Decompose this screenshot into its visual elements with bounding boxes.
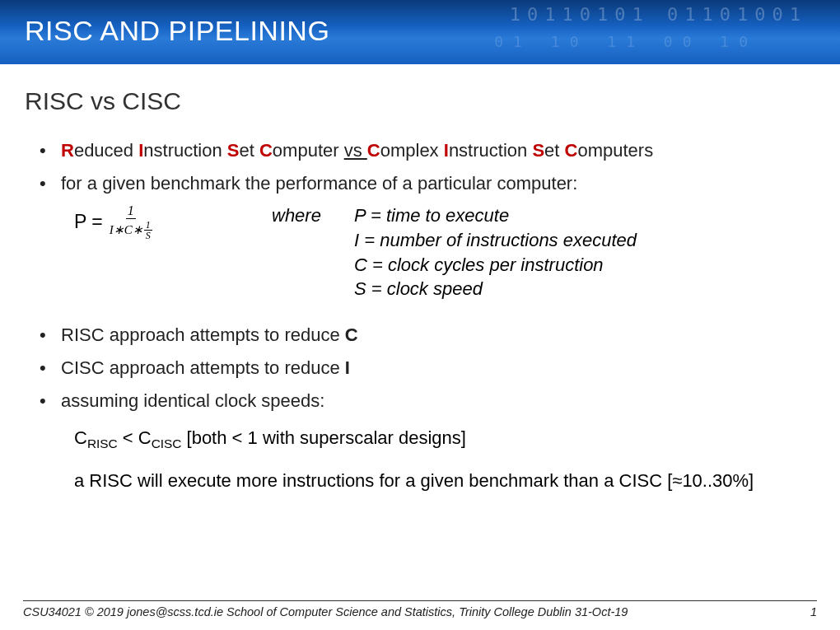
formula-lhs: P = bbox=[74, 211, 103, 233]
slide-footer: CSU34021 © 2019 jones@scss.tcd.ie School… bbox=[23, 600, 817, 618]
bullet-definition: Reduced Instruction Set Computer vs Comp… bbox=[40, 138, 815, 163]
where-c: C = clock cycles per instruction bbox=[354, 254, 604, 275]
frac-denominator: I∗C∗ 1 S bbox=[110, 219, 152, 240]
bullet-list-2: RISC approach attempts to reduce C CISC … bbox=[25, 323, 815, 413]
frac-numerator: 1 bbox=[126, 203, 136, 219]
performance-formula: P = 1 I∗C∗ 1 S bbox=[74, 203, 206, 240]
page-number: 1 bbox=[810, 605, 817, 618]
letter-r: R bbox=[61, 140, 74, 161]
footer-text: CSU34021 © 2019 jones@scss.tcd.ie School… bbox=[23, 605, 628, 618]
conclusion-line: a RISC will execute more instructions fo… bbox=[74, 470, 815, 492]
where-p: P = time to execute bbox=[354, 205, 509, 226]
where-i: I = number of instructions executed bbox=[354, 230, 637, 250]
inequality-line: CRISC < CCISC [both < 1 with superscalar… bbox=[74, 427, 815, 451]
bullet-risc-reduce: RISC approach attempts to reduce C bbox=[40, 323, 815, 348]
where-s: S = clock speed bbox=[354, 278, 483, 299]
header-decoration bbox=[420, 0, 840, 64]
bullet-cisc-reduce: CISC approach attempts to reduce I bbox=[40, 356, 815, 380]
slide-content: RISC vs CISC Reduced Instruction Set Com… bbox=[0, 64, 840, 492]
mini-fraction: 1 S bbox=[144, 220, 152, 240]
formula-fraction: 1 I∗C∗ 1 S bbox=[110, 203, 152, 240]
slide-subtitle: RISC vs CISC bbox=[25, 87, 815, 115]
bullet-benchmark: for a given benchmark the performance of… bbox=[40, 171, 815, 196]
letter-c3: C bbox=[565, 140, 578, 161]
letter-s2: S bbox=[532, 140, 544, 161]
bullet-list: Reduced Instruction Set Computer vs Comp… bbox=[25, 138, 815, 195]
vs-text: vs bbox=[344, 140, 367, 161]
letter-c2: C bbox=[367, 140, 380, 161]
where-definitions: whereP = time to execute I = number of i… bbox=[272, 203, 637, 301]
where-label: where bbox=[272, 203, 354, 228]
letter-s: S bbox=[227, 140, 240, 161]
bullet-clock-speeds: assuming identical clock speeds: bbox=[40, 389, 815, 413]
formula-row: P = 1 I∗C∗ 1 S whereP = time to execute … bbox=[74, 203, 815, 301]
slide-header: RISC AND PIPELINING bbox=[0, 0, 840, 64]
letter-c: C bbox=[259, 140, 273, 161]
